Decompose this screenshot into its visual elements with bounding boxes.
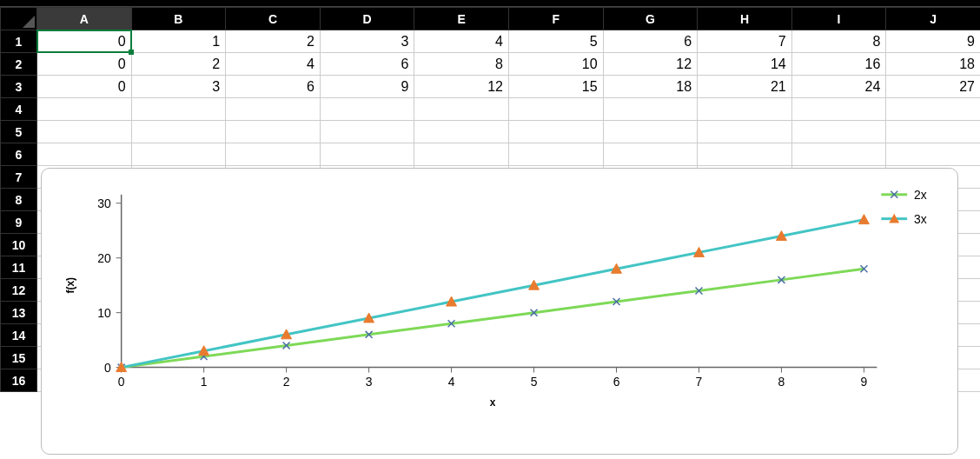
row-2: 2024681012141618	[1, 53, 981, 76]
cell-G6[interactable]	[603, 143, 698, 166]
cell-A1[interactable]: 0	[37, 30, 132, 53]
cell-B5[interactable]	[131, 121, 226, 143]
cell-F1[interactable]: 5	[508, 30, 603, 53]
cell-A6[interactable]	[37, 143, 132, 166]
row-header-14[interactable]: 14	[1, 324, 37, 347]
cell-C1[interactable]: 2	[226, 30, 321, 53]
cell-G2[interactable]: 12	[603, 53, 698, 76]
y-tick-label: 20	[97, 251, 111, 265]
cell-I3[interactable]: 24	[791, 76, 886, 98]
cell-E2[interactable]: 8	[414, 53, 509, 76]
cell-H5[interactable]	[698, 121, 792, 143]
x-tick-label: 0	[118, 375, 125, 389]
cell-F5[interactable]	[508, 121, 603, 143]
cell-F3[interactable]: 15	[508, 76, 603, 98]
row-header-7[interactable]: 7	[1, 166, 37, 189]
x-tick-label: 4	[448, 375, 455, 389]
cell-J5[interactable]	[886, 121, 980, 143]
row-header-4[interactable]: 4	[1, 98, 37, 121]
cell-J6[interactable]	[886, 143, 980, 166]
row-header-11[interactable]: 11	[1, 256, 37, 279]
row-header-13[interactable]: 13	[1, 302, 37, 324]
cell-G3[interactable]: 18	[603, 76, 698, 98]
column-header-row: ABCDEFGHIJ	[1, 8, 981, 30]
row-header-1[interactable]: 1	[1, 30, 37, 53]
row-header-5[interactable]: 5	[1, 121, 37, 143]
cell-G4[interactable]	[603, 98, 698, 121]
series-line-2x	[122, 269, 864, 367]
cell-F4[interactable]	[508, 98, 603, 121]
cell-J1[interactable]: 9	[886, 30, 980, 53]
cell-J4[interactable]	[886, 98, 980, 121]
y-tick-label: 10	[97, 306, 111, 320]
cell-C3[interactable]: 6	[226, 76, 321, 98]
cell-J2[interactable]: 18	[886, 53, 980, 76]
cell-A5[interactable]	[37, 121, 132, 143]
column-header-i[interactable]: I	[791, 8, 886, 30]
row-header-15[interactable]: 15	[1, 347, 37, 369]
cell-E3[interactable]: 12	[414, 76, 509, 98]
cell-I4[interactable]	[791, 98, 886, 121]
cell-H3[interactable]: 21	[698, 76, 792, 98]
cell-A2[interactable]: 0	[37, 53, 132, 76]
row-header-3[interactable]: 3	[1, 76, 37, 98]
cell-D6[interactable]	[320, 143, 414, 166]
cell-E4[interactable]	[414, 98, 509, 121]
column-header-d[interactable]: D	[320, 8, 414, 30]
row-header-8[interactable]: 8	[1, 189, 37, 211]
cell-D1[interactable]: 3	[320, 30, 414, 53]
cell-F2[interactable]: 10	[508, 53, 603, 76]
column-header-e[interactable]: E	[414, 8, 509, 30]
cell-I5[interactable]	[791, 121, 886, 143]
column-header-a[interactable]: A	[37, 8, 132, 30]
cell-E5[interactable]	[414, 121, 509, 143]
select-all-corner[interactable]	[1, 8, 37, 30]
cell-H1[interactable]: 7	[698, 30, 792, 53]
cell-A3[interactable]: 0	[37, 76, 132, 98]
cell-D4[interactable]	[320, 98, 414, 121]
cell-B2[interactable]: 2	[131, 53, 226, 76]
row-header-2[interactable]: 2	[1, 53, 37, 76]
cell-C6[interactable]	[226, 143, 321, 166]
row-header-16[interactable]: 16	[1, 369, 37, 392]
cell-J3[interactable]: 27	[886, 76, 980, 98]
cell-H6[interactable]	[698, 143, 792, 166]
cell-C5[interactable]	[226, 121, 321, 143]
cell-E1[interactable]: 4	[414, 30, 509, 53]
cell-I2[interactable]: 16	[791, 53, 886, 76]
series-line-3x	[122, 220, 864, 368]
cell-I1[interactable]: 8	[791, 30, 886, 53]
cell-C2[interactable]: 4	[226, 53, 321, 76]
row-header-12[interactable]: 12	[1, 279, 37, 302]
row-header-10[interactable]: 10	[1, 234, 37, 256]
x-tick-label: 6	[613, 375, 620, 389]
row-header-9[interactable]: 9	[1, 211, 37, 234]
cell-B6[interactable]	[131, 143, 226, 166]
row-6: 6	[1, 143, 981, 166]
cell-B1[interactable]: 1	[131, 30, 226, 53]
cell-E6[interactable]	[414, 143, 509, 166]
cell-G5[interactable]	[603, 121, 698, 143]
cell-D2[interactable]: 6	[320, 53, 414, 76]
cell-C4[interactable]	[226, 98, 321, 121]
cell-F6[interactable]	[508, 143, 603, 166]
cell-D3[interactable]: 9	[320, 76, 414, 98]
cell-G1[interactable]: 6	[603, 30, 698, 53]
x-axis-label: x	[490, 396, 496, 409]
cell-B4[interactable]	[131, 98, 226, 121]
row-3: 30369121518212427	[1, 76, 981, 98]
row-header-6[interactable]: 6	[1, 143, 37, 166]
column-header-j[interactable]: J	[886, 8, 980, 30]
cell-H4[interactable]	[698, 98, 792, 121]
column-header-f[interactable]: F	[508, 8, 603, 30]
cell-I6[interactable]	[791, 143, 886, 166]
column-header-b[interactable]: B	[131, 8, 226, 30]
cell-A4[interactable]	[37, 98, 132, 121]
column-header-g[interactable]: G	[603, 8, 698, 30]
column-header-c[interactable]: C	[226, 8, 321, 30]
chart[interactable]: 01234567890102030f(x)x2x3x	[41, 168, 958, 455]
cell-D5[interactable]	[320, 121, 414, 143]
cell-B3[interactable]: 3	[131, 76, 226, 98]
column-header-h[interactable]: H	[698, 8, 792, 30]
cell-H2[interactable]: 14	[698, 53, 792, 76]
